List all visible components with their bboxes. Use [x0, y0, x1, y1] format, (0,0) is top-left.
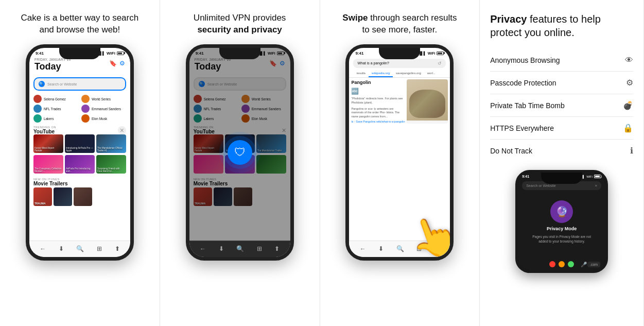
- anonymous-browsing-label: Anonymous Browsing: [490, 56, 560, 64]
- com-button[interactable]: .com: [587, 262, 600, 267]
- trending-label-3: Emmanuel Sanders: [92, 107, 121, 111]
- trending-item-0[interactable]: Selena Gomez: [33, 95, 78, 103]
- vpn-circle[interactable]: 🛡: [228, 140, 252, 165]
- screen-header-1: Friday, January 10 Today 🔖 ⚙: [29, 57, 130, 75]
- trending-items-1: Selena Gomez World Series NFL Trades Emm…: [29, 94, 130, 124]
- mic-icon[interactable]: 🎤: [581, 262, 587, 267]
- dark-search-close-icon[interactable]: ×: [595, 183, 597, 188]
- save-icon-2[interactable]: ⬇: [219, 245, 224, 252]
- trending-label-4: Lakers: [44, 117, 54, 121]
- settings-icon-1[interactable]: ⚙: [119, 60, 125, 67]
- panel-2: Unlimited VPN provides security and priv…: [160, 0, 320, 326]
- search-bar-1[interactable]: 🔍 Search or Website: [33, 77, 126, 91]
- dark-status-time: 9:41: [522, 175, 529, 178]
- yt-thumb-friend[interactable]: Surprising Friend with Free Rent For...: [96, 155, 126, 174]
- movie-thumb-2[interactable]: [54, 187, 72, 206]
- wifi-icon-1: WiFi: [107, 51, 115, 56]
- privacy-mode-label: Privacy Mode: [547, 226, 577, 231]
- phone-2: 9:41 ▐▌▌ WiFi Friday, January 10 Today 🔖: [186, 44, 294, 261]
- share-icon-2[interactable]: ⬆: [274, 245, 280, 252]
- result-right-image: [407, 79, 448, 124]
- movie-thumb-3[interactable]: [74, 187, 92, 206]
- bookmark-icon-1[interactable]: 🔖: [109, 60, 117, 67]
- dark-phone-screen: 9:41 ▐▌▌ WiFi Search or Website × 🔮 Priv…: [518, 173, 605, 270]
- dark-battery-icon: [594, 175, 601, 178]
- yt-thumb-kanye[interactable]: Kanye West Airport Parade: [33, 134, 63, 153]
- trending-label-1: World Series: [92, 97, 111, 101]
- close-trending-icon[interactable]: ×: [118, 126, 126, 134]
- results-search-bar[interactable]: What is a pangolin? ↺: [353, 59, 446, 68]
- trending-label-2: NFL Trades: [44, 107, 61, 111]
- battery-icon-3: [437, 52, 444, 55]
- reload-icon: ↺: [438, 61, 442, 66]
- trending-item-2[interactable]: NFL Trades: [33, 105, 78, 113]
- panel-1-title-text: Cake is a better way to search: [21, 13, 139, 23]
- back-icon-3[interactable]: ←: [360, 245, 366, 252]
- trending-item-1[interactable]: World Series: [81, 95, 126, 103]
- timetomb-label: Private Tab Time Bomb: [490, 101, 564, 110]
- tab-wikipedia[interactable]: wikipedia.org: [369, 70, 393, 77]
- save-icon-1[interactable]: ⬇: [59, 245, 64, 252]
- tabs-icon-2[interactable]: ⊞: [257, 245, 262, 252]
- avatar-lakers: [33, 114, 42, 123]
- back-icon-1[interactable]: ←: [40, 245, 46, 252]
- passcode-label: Passcode Protection: [490, 79, 556, 87]
- trending-row-2: NFL Trades Emmanuel Sanders: [33, 105, 126, 113]
- yt-label-friend: Surprising Friend with Free Rent For...: [97, 167, 125, 173]
- pangolin-desc: Pangolins or sca- ly anteaters are mamma…: [351, 107, 405, 119]
- search-placeholder-1: Search or Website: [47, 82, 77, 86]
- back-icon-2[interactable]: ←: [200, 245, 206, 252]
- status-time-1: 9:41: [36, 51, 44, 56]
- yt-label-mandalorian: The Mandalorian Official Trailer #1: [97, 147, 125, 152]
- panel-3-title-line2: to see more, faster.: [362, 25, 438, 35]
- tabs-icon-1[interactable]: ⊞: [97, 245, 102, 252]
- status-time-3: 9:41: [355, 51, 363, 56]
- dark-bottom-dots: [549, 261, 574, 267]
- tab-more[interactable]: worl...: [424, 70, 439, 77]
- trending-item-3[interactable]: Emmanuel Sanders: [81, 105, 126, 113]
- yt-label-airpods2: AirPods Pro Introducing and...: [66, 167, 94, 173]
- result-left-panel: Pangolin 🔤 "Pholidota" redirects here. F…: [351, 79, 405, 124]
- movie-thumb-1[interactable]: TRAUMA: [33, 187, 52, 206]
- yt-thumb-airpods[interactable]: Introducing AirPods Pro — Apple: [65, 134, 95, 153]
- phone-1-notch: [59, 48, 100, 59]
- avatar-selena: [33, 95, 42, 103]
- privacy-feature-list: Anonymous Browsing 👁 Passcode Protection…: [490, 49, 633, 162]
- yt-thumb-conspiracy[interactable]: The Conspiracy Collection Reveal I...: [33, 155, 63, 174]
- save-icon-3[interactable]: ⬇: [378, 245, 384, 252]
- phone-2-notch: [219, 48, 260, 59]
- https-icon: 🔒: [623, 123, 633, 133]
- trending-item-5[interactable]: Elon Musk: [81, 114, 126, 123]
- anonymous-icon: 👁: [625, 56, 633, 65]
- phone-3: 9:41 ▐▌▌ WiFi What is a pangolin? ↺ resu…: [345, 44, 454, 261]
- trending-item-4[interactable]: Lakers: [33, 114, 78, 123]
- pangolin-image: [407, 79, 448, 121]
- privacy-title-bold: Privacy: [490, 13, 527, 25]
- share-icon-1[interactable]: ⬆: [115, 245, 120, 252]
- yt-thumb-mandalorian[interactable]: The Mandalorian Official Trailer #1: [96, 134, 126, 153]
- bottom-nav-2: ← ⬇ 🔍 ⊞ ⬆: [189, 241, 290, 257]
- timetomb-icon: 💣: [623, 100, 633, 110]
- panel-3-title-text: through search results: [370, 13, 457, 23]
- panel-1-title-suffix: and browse the web!: [39, 25, 120, 35]
- tab-savepangolins[interactable]: savepangolins.org: [393, 70, 424, 77]
- phone-dark: 9:41 ▐▌▌ WiFi Search or Website × 🔮 Priv…: [515, 170, 608, 273]
- yt-thumb-airpods2[interactable]: AirPods Pro Introducing and...: [65, 155, 95, 174]
- dot-red: [549, 261, 555, 267]
- donottrack-icon: ℹ: [630, 146, 633, 156]
- panel-2-title-text: Unlimited VPN provides: [194, 13, 286, 23]
- save-link[interactable]: ls - Save Pangolins wiki/what-is-a-pango…: [351, 120, 405, 124]
- privacy-mode-content: 🔮 Privacy Mode Pages you visit in Privac…: [528, 200, 595, 244]
- panel-3: Swipe through search results to see more…: [320, 0, 480, 326]
- wifi-icon-3: WiFi: [428, 52, 436, 55]
- status-bar-right-3: ▐▌▌ WiFi: [419, 52, 444, 55]
- search-nav-icon-1[interactable]: 🔍: [76, 245, 84, 252]
- tab-results[interactable]: results: [353, 70, 369, 77]
- vpn-shield-icon: 🛡: [234, 146, 246, 159]
- phone-3-screen: 9:41 ▐▌▌ WiFi What is a pangolin? ↺ resu…: [349, 48, 450, 257]
- search-nav-icon-2[interactable]: 🔍: [236, 245, 244, 252]
- search-nav-icon-3[interactable]: 🔍: [396, 245, 404, 252]
- panel-1: Cake is a better way to search and brows…: [0, 0, 160, 326]
- screen-today-1: Today: [34, 61, 71, 73]
- privacy-item-timetomb: Private Tab Time Bomb 💣: [490, 94, 633, 117]
